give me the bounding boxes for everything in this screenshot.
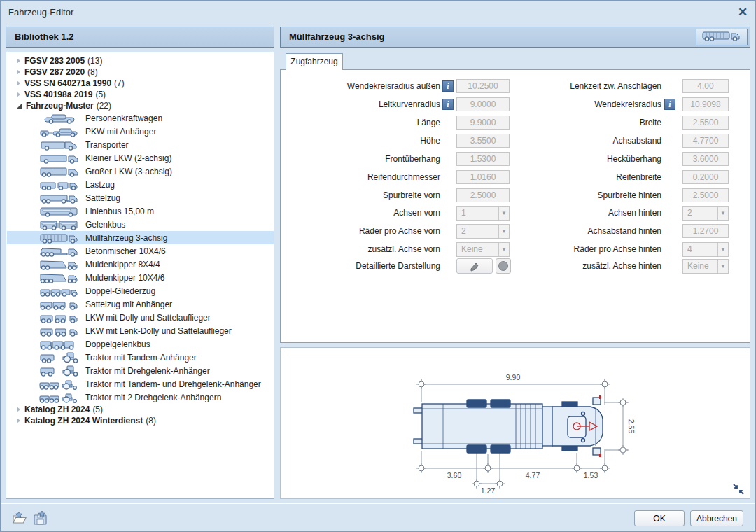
- save-library-button[interactable]: [32, 511, 49, 525]
- detail-color-button[interactable]: [496, 258, 511, 274]
- double-articulated-bus-icon: [39, 338, 80, 351]
- input-lenkzeit-zw-anschlägen[interactable]: 4.00: [682, 79, 729, 93]
- tree-item-label: Linienbus 15,00 m: [85, 206, 154, 216]
- select-räder-pro-achse-hinten[interactable]: 4▼: [682, 242, 729, 257]
- detail-style-button[interactable]: [456, 258, 493, 274]
- tree-item-katalog-zh-2024-winterdienst[interactable]: Katalog ZH 2024 Winterdienst(8): [7, 415, 274, 426]
- input-wendekreisradius[interactable]: 10.9098: [682, 97, 729, 111]
- car-trailer-icon: [39, 125, 80, 138]
- input-achsabstand-hinten[interactable]: 1.2700: [682, 224, 729, 238]
- ok-button[interactable]: OK: [634, 510, 685, 526]
- field-label-achsen-hinten: Achsen hinten: [510, 206, 662, 220]
- tree-item-label: Großer LKW (3-achsig): [85, 167, 172, 176]
- tree-item-label: Traktor mit Tandem-Anhänger: [85, 353, 197, 363]
- tree-item-lkw-mit-lenk-dolly-und-sattelauflieger[interactable]: LKW mit Lenk-Dolly und Sattelauflieger: [7, 324, 274, 337]
- tree-item-muldenkipper-8x4-4[interactable]: Muldenkipper 8X4/4: [7, 258, 274, 271]
- tree-item-traktor-mit-tandem-anhänger[interactable]: Traktor mit Tandem-Anhänger: [7, 351, 274, 364]
- expand-arrow-icon[interactable]: [17, 407, 20, 412]
- input-achsabstand[interactable]: 4.7700: [682, 134, 729, 148]
- open-library-button[interactable]: [11, 511, 28, 525]
- tree-item-doppelgelenkbus[interactable]: Doppelgelenkbus: [7, 337, 274, 351]
- tree-item-personenkraftwagen[interactable]: Personenkraftwagen: [7, 111, 274, 125]
- tree-item-traktor-mit-drehgelenk-anhänger[interactable]: Traktor mit Drehgelenk-Anhänger: [7, 364, 274, 377]
- expand-arrow-icon[interactable]: [17, 58, 20, 64]
- chevron-down-icon[interactable]: ▼: [498, 243, 509, 256]
- close-icon[interactable]: ✕: [734, 4, 752, 21]
- field-label-zusätzl-achse-vorn: zusätzl. Achse vorn: [286, 242, 440, 256]
- tree-item-traktor-mit-2-drehgelenk-anhängern[interactable]: Traktor mit 2 Drehgelenk-Anhängern: [7, 391, 274, 404]
- field-label-spurbreite-vorn: Spurbreite vorn: [286, 188, 440, 202]
- tree-item-vss-40198a-2019[interactable]: VSS 40198a 2019(5): [7, 89, 274, 100]
- tree-item-label: Katalog ZH 2024 Winterdienst: [24, 416, 143, 426]
- tree-item-fgsv-287-2020[interactable]: FGSV 287 2020(8): [7, 66, 274, 78]
- tree-item-count: (5): [95, 90, 106, 99]
- info-icon[interactable]: i: [442, 80, 454, 92]
- cancel-button[interactable]: Abbrechen: [690, 510, 743, 526]
- select-zusätzl-achse-hinten[interactable]: Keine▼: [682, 259, 729, 274]
- input-höhe[interactable]: 3.5500: [456, 134, 510, 148]
- input-frontüberhang[interactable]: 1.5300: [456, 152, 510, 166]
- info-icon[interactable]: i: [664, 99, 676, 110]
- input-leitkurvenradius[interactable]: 9.0000: [456, 97, 510, 111]
- tree-item-label: VSS 40198a 2019: [24, 90, 92, 99]
- tree-item-label: Traktor mit 2 Drehgelenk-Anhängern: [85, 393, 221, 402]
- tree-item-doppel-gliederzug[interactable]: Doppel-Gliederzug: [7, 284, 274, 298]
- input-reifenbreite[interactable]: 0.2000: [682, 170, 729, 184]
- tree-item-transporter[interactable]: Transporter: [7, 138, 274, 151]
- tree-item-label: Traktor mit Tandem- und Drehgelenk-Anhän…: [85, 379, 261, 389]
- tree-item-fgsv-283-2005[interactable]: FGSV 283 2005(13): [7, 55, 274, 66]
- tree-item-fahrzeug-muster[interactable]: Fahrzeug-Muster(22): [7, 100, 274, 111]
- input-spurbreite-hinten[interactable]: 2.5000: [682, 188, 729, 202]
- chevron-down-icon[interactable]: ▼: [718, 260, 728, 273]
- chevron-down-icon[interactable]: ▼: [718, 206, 728, 220]
- select-räder-pro-achse-vorn[interactable]: 2▼: [456, 224, 510, 239]
- tree-item-label: Sattelzug: [85, 193, 120, 203]
- tree-item-gelenkbus[interactable]: Gelenkbus: [7, 218, 274, 231]
- tree-item-vss-sn-640271a-1990[interactable]: VSS SN 640271a 1990(7): [7, 78, 274, 89]
- tree-item-lastzug[interactable]: Lastzug: [7, 178, 274, 191]
- field-label-breite: Breite: [510, 115, 662, 130]
- tree-item-großer-lkw-3-achsig[interactable]: Großer LKW (3-achsig): [7, 164, 274, 178]
- tree-item-sattelzug-mit-anhänger[interactable]: Sattelzug mit Anhänger: [7, 298, 274, 311]
- input-spurbreite-vorn[interactable]: 2.5000: [456, 188, 510, 202]
- expand-arrow-icon[interactable]: [17, 80, 20, 86]
- info-icon[interactable]: i: [442, 99, 454, 110]
- library-tree[interactable]: FGSV 283 2005(13)FGSV 287 2020(8)VSS SN …: [6, 52, 274, 499]
- expand-arrow-icon[interactable]: [17, 69, 20, 75]
- tab-zugfahrzeug[interactable]: Zugfahrzeug: [286, 53, 343, 70]
- tree-item-muldenkipper-10x4-6[interactable]: Muldenkipper 10X4/6: [7, 271, 274, 284]
- expand-arrow-icon[interactable]: [17, 418, 20, 424]
- dump-truck-10-icon: [39, 272, 80, 284]
- tree-item-label: Muldenkipper 8X4/4: [85, 260, 160, 270]
- field-label-achsen-vorn: Achsen vorn: [286, 206, 440, 220]
- select-achsen-hinten[interactable]: 2▼: [682, 206, 729, 220]
- field-label-hecküberhang: Hecküberhang: [510, 152, 662, 166]
- select-achsen-vorn[interactable]: 1▼: [456, 206, 510, 220]
- expand-arrow-icon[interactable]: [17, 92, 20, 97]
- input-breite[interactable]: 2.5500: [682, 115, 729, 130]
- tree-item-kleiner-lkw-2-achsig[interactable]: Kleiner LKW (2-achsig): [7, 151, 274, 164]
- fit-view-icon[interactable]: [732, 483, 745, 496]
- tree-item-lkw-mit-dolly-und-sattelauflieger[interactable]: LKW mit Dolly und Sattelauflieger: [7, 311, 274, 324]
- chevron-down-icon[interactable]: ▼: [498, 225, 509, 238]
- tree-item-label: Doppelgelenkbus: [85, 340, 150, 349]
- chevron-down-icon[interactable]: ▼: [498, 206, 509, 220]
- tree-item-müllfahrzeug-3-achsig[interactable]: Müllfahrzeug 3-achsig: [7, 231, 274, 244]
- vehicle-top-view-drawing: 9.90 3.60 4.77 1.53 1.27 2.55: [281, 348, 750, 498]
- input-wendekreisradius-außen[interactable]: 10.2500: [456, 79, 510, 93]
- tree-item-sattelzug[interactable]: Sattelzug: [7, 191, 274, 204]
- field-label-reifendurchmesser: Reifendurchmesser: [286, 170, 440, 184]
- tree-item-betonmischer-10x4-6[interactable]: Betonmischer 10X4/6: [7, 244, 274, 258]
- tree-item-katalog-zh-2024[interactable]: Katalog ZH 2024(5): [7, 404, 274, 415]
- tree-item-linienbus-15-00-m[interactable]: Linienbus 15,00 m: [7, 204, 274, 218]
- select-zusätzl-achse-vorn[interactable]: Keine▼: [456, 242, 510, 257]
- input-länge[interactable]: 9.9000: [456, 115, 510, 130]
- collapse-arrow-icon[interactable]: [17, 104, 22, 108]
- tree-item-traktor-mit-tandem-und-drehgelenk-anhänger[interactable]: Traktor mit Tandem- und Drehgelenk-Anhän…: [7, 377, 274, 391]
- input-reifendurchmesser[interactable]: 1.0160: [456, 170, 510, 184]
- chevron-down-icon[interactable]: ▼: [718, 243, 728, 256]
- input-hecküberhang[interactable]: 3.6000: [682, 152, 729, 166]
- tree-item-pkw-mit-anhänger[interactable]: PKW mit Anhänger: [7, 125, 274, 138]
- truck-lenkdolly-semi-icon: [39, 325, 80, 337]
- field-label-achsabstand-hinten: Achsabstand hinten: [510, 224, 662, 238]
